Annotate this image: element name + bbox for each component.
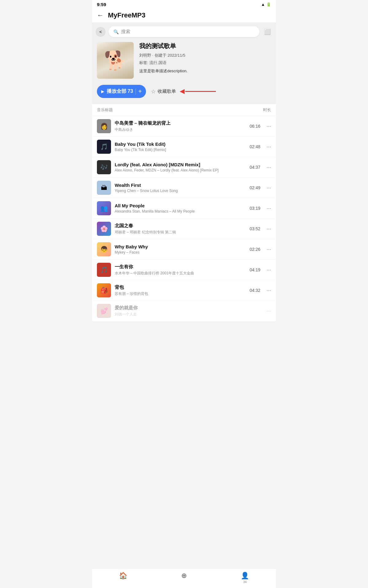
track-duration: 02:26	[250, 247, 260, 252]
track-info: 一生有你水木年华 – 中国歌曲排行榜 2001年度十五大金曲	[115, 264, 246, 276]
search-placeholder-text: 搜索	[121, 29, 130, 35]
track-subtitle: Yipeng Chen – Snow Lotus Love Song	[115, 189, 246, 193]
back-button[interactable]: ←	[97, 11, 104, 19]
annotation-arrow	[180, 89, 185, 94]
track-info: 北国之春邓丽君 – 邓丽君 纪念特别专辑 第二辑	[115, 223, 246, 235]
track-subtitle: 水木年华 – 中国歌曲排行榜 2001年度十五大金曲	[115, 271, 246, 276]
track-info: 中岛美雪 – 骑在银龙的背上中島みゆき	[115, 120, 246, 132]
track-item[interactable]: 🌸北国之春邓丽君 – 邓丽君 纪念特别专辑 第二辑03:52···	[92, 219, 276, 239]
track-subtitle: Alexandra Stan, Manilla Maniacs – All My…	[115, 209, 246, 213]
track-info: All My PeopleAlexandra Stan, Manilla Man…	[115, 203, 246, 213]
track-subtitle: 刘德一个人走	[115, 312, 257, 317]
track-duration: 02:49	[250, 185, 260, 190]
track-thumbnail: 🏔	[97, 181, 111, 195]
playlist-title: 我的测试歌单	[139, 42, 271, 50]
divider	[136, 89, 136, 95]
track-thumbnail: 🎵	[97, 140, 111, 154]
wifi-icon: ▲	[261, 2, 265, 7]
track-more-button[interactable]: ···	[266, 144, 271, 150]
playlist-tags: 标签: 流行,国语	[139, 60, 271, 66]
track-item[interactable]: 🎵Baby You (Tik Tok Edit)Baby You (Tik To…	[92, 137, 276, 157]
track-title-column-header: 音乐标题	[97, 107, 113, 113]
track-thumbnail: 👩	[97, 119, 111, 133]
track-item[interactable]: 🎵一生有你水木年华 – 中国歌曲排行榜 2001年度十五大金曲04:19···	[92, 260, 276, 280]
track-item[interactable]: 🎒背包苏有朋 – 珍惜的背包04:32···	[92, 280, 276, 301]
annotation-line	[185, 91, 216, 92]
track-info: 爱的就是你刘德一个人走	[115, 305, 257, 317]
search-back-button[interactable]: <	[96, 27, 105, 37]
app-title: MyFreeMP3	[108, 11, 145, 19]
status-bar: 9:59 ▲ 🔋	[92, 0, 276, 8]
track-thumbnail: 🌸	[97, 222, 111, 236]
track-title: All My People	[115, 203, 246, 208]
track-title: Lordly (feat. Alex Aiono) [MDZN Remix]	[115, 162, 246, 167]
track-item[interactable]: 👥All My PeopleAlexandra Stan, Manilla Ma…	[92, 198, 276, 219]
track-duration: 04:19	[250, 267, 260, 272]
track-duration-column-header: 时长	[263, 107, 271, 113]
track-more-button[interactable]: ···	[266, 287, 271, 294]
track-list: 👩中岛美雪 – 骑在银龙的背上中島みゆき06:16···🎵Baby You (T…	[92, 116, 276, 321]
track-more-button[interactable]: ···	[266, 226, 271, 232]
playlist-info: 我的测试歌单 刘明野 · 创建于 2022/11/5 标签: 流行,国语 这里是…	[139, 42, 271, 74]
search-bar[interactable]: 🔍 搜索	[109, 26, 259, 37]
playlist-meta: 刘明野 · 创建于 2022/11/5	[139, 53, 271, 58]
track-thumbnail: 👦	[97, 242, 111, 256]
playlist-description: 这里是歌单描述description.	[139, 68, 271, 74]
track-more-button[interactable]: ···	[266, 205, 271, 212]
track-thumbnail: 🎵	[97, 263, 111, 277]
track-duration: 04:37	[250, 165, 260, 170]
track-more-button[interactable]: ···	[266, 123, 271, 130]
track-duration: 02:48	[250, 144, 260, 149]
track-thumbnail: 💕	[97, 304, 111, 318]
track-item[interactable]: 👩中岛美雪 – 骑在银龙的背上中島みゆき06:16···	[92, 116, 276, 137]
track-list-header: 音乐标题 时长	[92, 104, 276, 116]
track-more-button[interactable]: ···	[266, 185, 271, 191]
chevron-left-icon: <	[99, 29, 102, 34]
track-item[interactable]: 👦Why Baby WhyMykey – Faces02:26···	[92, 239, 276, 260]
track-more-button[interactable]: ···	[266, 308, 271, 314]
track-subtitle: Baby You (Tik Tok Edit) [Remix]	[115, 148, 246, 152]
favorite-button[interactable]: ☆ 收藏歌单	[151, 88, 216, 95]
track-info: Wealth FirstYipeng Chen – Snow Lotus Lov…	[115, 183, 246, 193]
app-header: ← MyFreeMP3	[92, 8, 276, 23]
track-more-button[interactable]: ···	[266, 164, 271, 171]
track-item[interactable]: 🎶Lordly (feat. Alex Aiono) [MDZN Remix]A…	[92, 157, 276, 178]
track-subtitle: 邓丽君 – 邓丽君 纪念特别专辑 第二辑	[115, 230, 246, 235]
track-duration: 06:16	[250, 124, 260, 129]
track-info: Why Baby WhyMykey – Faces	[115, 244, 246, 254]
track-title: Wealth First	[115, 183, 246, 188]
track-info: Baby You (Tik Tok Edit)Baby You (Tik Tok…	[115, 141, 246, 152]
track-thumbnail: 🎶	[97, 160, 111, 174]
track-info: Lordly (feat. Alex Aiono) [MDZN Remix]Al…	[115, 162, 246, 172]
play-all-button[interactable]: ▶ 播放全部 73 +	[97, 85, 146, 98]
play-icon: ▶	[101, 89, 104, 94]
track-duration: 03:52	[250, 226, 260, 231]
playlist-cover	[97, 42, 134, 79]
status-time: 9:59	[97, 2, 106, 7]
track-title: 背包	[115, 285, 246, 290]
monitor-button[interactable]: ⬜	[263, 27, 272, 37]
battery-icon: 🔋	[266, 2, 271, 7]
track-info: 背包苏有朋 – 珍惜的背包	[115, 285, 246, 296]
search-icon: 🔍	[113, 29, 119, 34]
favorite-star-icon: ☆	[151, 88, 156, 95]
track-title: Why Baby Why	[115, 244, 246, 249]
search-area: < 🔍 搜索 ⬜	[92, 23, 276, 37]
track-more-button[interactable]: ···	[266, 246, 271, 253]
track-duration: 04:32	[250, 288, 260, 293]
track-subtitle: Mykey – Faces	[115, 250, 246, 254]
action-bar: ▶ 播放全部 73 + ☆ 收藏歌单	[92, 85, 276, 104]
add-to-queue-icon: +	[138, 88, 142, 95]
track-item[interactable]: 💕爱的就是你刘德一个人走···	[92, 301, 276, 321]
track-item[interactable]: 🏔Wealth FirstYipeng Chen – Snow Lotus Lo…	[92, 178, 276, 198]
track-subtitle: 苏有朋 – 珍惜的背包	[115, 291, 246, 296]
status-icons: ▲ 🔋	[261, 2, 271, 7]
track-title: Baby You (Tik Tok Edit)	[115, 141, 246, 147]
track-thumbnail: 🎒	[97, 283, 111, 297]
track-duration: 03:19	[250, 206, 260, 211]
favorite-label: 收藏歌单	[158, 89, 176, 94]
track-more-button[interactable]: ···	[266, 267, 271, 273]
track-title: 中岛美雪 – 骑在银龙的背上	[115, 120, 246, 126]
track-thumbnail: 👥	[97, 201, 111, 215]
playlist-cover-image	[97, 42, 134, 79]
